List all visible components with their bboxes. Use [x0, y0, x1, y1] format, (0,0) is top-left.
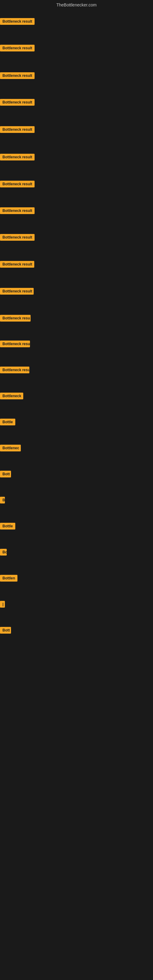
bottleneck-result-7[interactable]: Bottleneck result [0, 181, 35, 189]
bottleneck-badge-2: Bottleneck result [0, 45, 35, 51]
bottleneck-badge-17: Bottlenec [0, 445, 21, 452]
bottleneck-result-12[interactable]: Bottleneck resu [0, 315, 30, 323]
bottleneck-badge-3: Bottleneck result [0, 72, 35, 79]
bottleneck-badge-15: Bottleneck [0, 393, 23, 399]
bottleneck-badge-10: Bottleneck result [0, 261, 34, 268]
bottleneck-result-23[interactable]: | [0, 601, 5, 609]
bottleneck-badge-4: Bottleneck result [0, 99, 35, 106]
bottleneck-result-8[interactable]: Bottleneck result [0, 207, 35, 215]
bottleneck-badge-24: Bott [0, 627, 11, 634]
bottleneck-result-3[interactable]: Bottleneck result [0, 72, 35, 80]
bottleneck-badge-19: B [0, 497, 5, 503]
bottleneck-result-6[interactable]: Bottleneck result [0, 154, 35, 162]
bottleneck-result-4[interactable]: Bottleneck result [0, 99, 35, 107]
bottleneck-result-24[interactable]: Bott [0, 627, 11, 635]
bottleneck-badge-12: Bottleneck resu [0, 315, 30, 321]
bottleneck-result-18[interactable]: Bott [0, 471, 11, 479]
bottleneck-badge-21: Bo [0, 549, 7, 555]
bottleneck-result-14[interactable]: Bottleneck resu [0, 367, 29, 375]
bottleneck-result-20[interactable]: Bottle [0, 523, 15, 531]
bottleneck-badge-18: Bott [0, 471, 11, 477]
bottleneck-result-16[interactable]: Bottle [0, 418, 15, 426]
bottleneck-result-21[interactable]: Bo [0, 549, 7, 557]
bottleneck-result-9[interactable]: Bottleneck result [0, 234, 35, 242]
bottleneck-result-1[interactable]: Bottleneck result [0, 18, 35, 26]
bottleneck-badge-9: Bottleneck result [0, 234, 35, 241]
bottleneck-badge-1: Bottleneck result [0, 18, 35, 25]
bottleneck-result-5[interactable]: Bottleneck result [0, 126, 35, 134]
bottleneck-result-15[interactable]: Bottleneck [0, 393, 23, 401]
bottleneck-badge-16: Bottle [0, 418, 15, 425]
bottleneck-badge-20: Bottle [0, 523, 15, 530]
bottleneck-result-13[interactable]: Bottleneck resu [0, 340, 30, 348]
bottleneck-badge-5: Bottleneck result [0, 126, 35, 133]
bottleneck-result-2[interactable]: Bottleneck result [0, 45, 35, 52]
bottleneck-result-17[interactable]: Bottlenec [0, 445, 21, 453]
bottleneck-badge-8: Bottleneck result [0, 207, 35, 214]
bottleneck-result-19[interactable]: B [0, 497, 5, 505]
bottleneck-badge-14: Bottleneck resu [0, 367, 29, 373]
bottleneck-result-11[interactable]: Bottleneck result [0, 288, 33, 296]
bottleneck-badge-11: Bottleneck result [0, 288, 33, 294]
bottleneck-badge-6: Bottleneck result [0, 154, 35, 161]
bottleneck-badge-22: Bottlen [0, 575, 18, 582]
bottleneck-badge-23: | [0, 601, 5, 608]
site-title: TheBottlenecker.com [0, 0, 153, 10]
bottleneck-result-10[interactable]: Bottleneck result [0, 261, 34, 269]
bottleneck-badge-13: Bottleneck resu [0, 340, 30, 347]
bottleneck-result-22[interactable]: Bottlen [0, 575, 18, 583]
bottleneck-badge-7: Bottleneck result [0, 181, 35, 188]
